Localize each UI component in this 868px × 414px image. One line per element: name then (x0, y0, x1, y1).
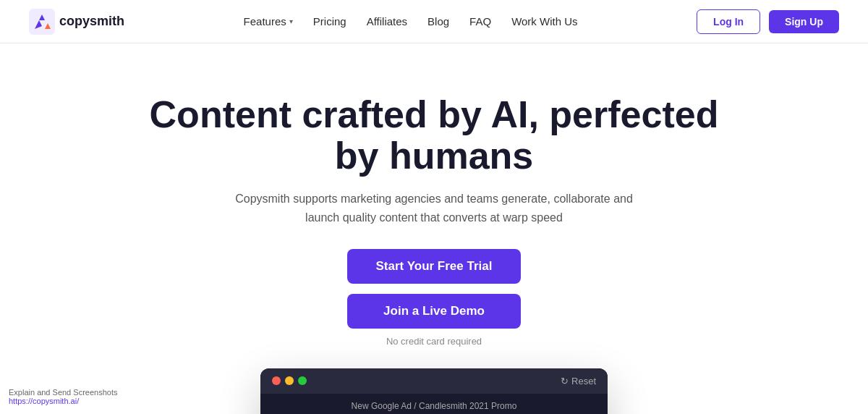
login-button[interactable]: Log In (697, 9, 760, 34)
site-link[interactable]: https://copysmith.ai/ (9, 397, 117, 405)
signup-button[interactable]: Sign Up (769, 10, 839, 33)
demo-breadcrumb: New Google Ad / Candlesmith 2021 Promo (260, 394, 608, 414)
svg-rect-0 (29, 9, 55, 35)
nav-features[interactable]: Features ▾ (244, 15, 293, 28)
nav-blog[interactable]: Blog (427, 15, 449, 28)
nav-pricing[interactable]: Pricing (313, 15, 346, 28)
nav-links: Features ▾ Pricing Affiliates Blog FAQ W… (244, 15, 578, 28)
footer-link: Explain and Send Screenshots https://cop… (9, 388, 117, 405)
explain-label: Explain and Send Screenshots (9, 388, 117, 397)
nav-faq[interactable]: FAQ (469, 15, 491, 28)
navbar: copysmith Features ▾ Pricing Affiliates … (0, 0, 868, 43)
chevron-down-icon: ▾ (289, 17, 293, 25)
reset-button[interactable]: ↻ Reset (561, 376, 596, 386)
trial-button[interactable]: Start Your Free Trial (347, 249, 521, 284)
demo-titlebar: ↻ Reset (260, 368, 608, 394)
dot-yellow (285, 376, 294, 385)
nav-actions: Log In Sign Up (697, 9, 839, 34)
hero-subtitle: Copysmith supports marketing agencies an… (217, 190, 651, 227)
nav-work-with-us[interactable]: Work With Us (511, 15, 577, 28)
no-cc-text: No credit card required (386, 336, 482, 347)
dot-green (298, 376, 307, 385)
dot-red (272, 376, 281, 385)
brand-name: copysmith (59, 14, 124, 29)
demo-button[interactable]: Join a Live Demo (347, 294, 521, 329)
brand-logo[interactable]: copysmith (29, 9, 124, 35)
hero-title: Content crafted by AI, perfected by huma… (145, 94, 723, 177)
demo-window: ↻ Reset New Google Ad / Candlesmith 2021… (260, 368, 608, 414)
window-dots (272, 376, 307, 385)
hero-section: Content crafted by AI, perfected by huma… (0, 43, 868, 414)
nav-affiliates[interactable]: Affiliates (367, 15, 407, 28)
